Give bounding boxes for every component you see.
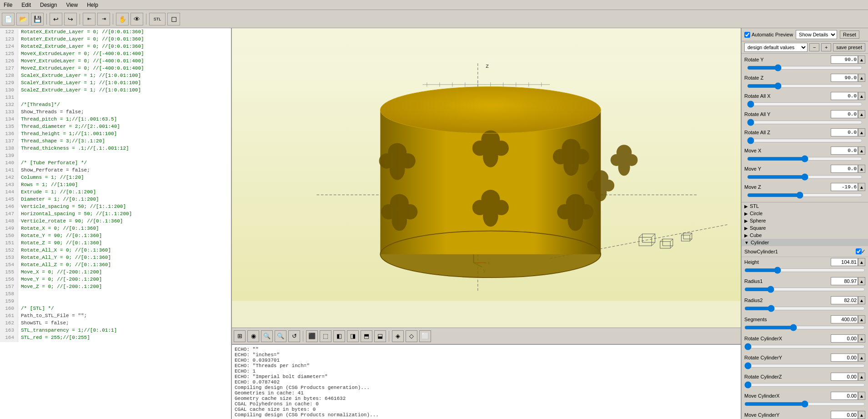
radius2-input[interactable] xyxy=(831,296,858,304)
show-cylinder1-checkbox[interactable] xyxy=(856,248,862,254)
rotate-z-slider[interactable] xyxy=(747,83,863,89)
rotate-cylz-up[interactable]: ▲ xyxy=(858,373,865,381)
rotate-y-input[interactable] xyxy=(831,56,858,64)
vp-view-front[interactable]: ⬛ xyxy=(306,330,318,342)
move-x-input[interactable] xyxy=(831,146,858,155)
radius1-input[interactable] xyxy=(831,277,858,285)
move-cylx-slider[interactable] xyxy=(744,401,865,407)
menu-file[interactable]: File xyxy=(2,1,14,9)
rotate-cyly-input[interactable] xyxy=(831,353,858,362)
tree-item-stl[interactable]: ▶ STL xyxy=(742,202,868,210)
preset-plus[interactable]: + xyxy=(821,43,831,51)
menu-view[interactable]: View xyxy=(64,1,80,9)
rotate-all-x-slider[interactable] xyxy=(747,101,863,107)
vp-view-top[interactable]: ⬒ xyxy=(361,330,372,342)
move-y-input[interactable] xyxy=(831,165,858,173)
rotate-cyly-up[interactable]: ▲ xyxy=(858,353,865,362)
menu-help[interactable]: Help xyxy=(85,1,100,9)
vp-view-bottom[interactable]: ⬓ xyxy=(374,330,386,342)
console[interactable]: ECHO: ""ECHO: "inches="ECHO: 0.0393701EC… xyxy=(232,344,741,419)
rotate-cylx-up[interactable]: ▲ xyxy=(858,334,865,343)
vp-view-right[interactable]: ◨ xyxy=(347,330,359,342)
move-z-slider[interactable] xyxy=(747,192,863,198)
move-cyly-input[interactable] xyxy=(831,411,858,419)
undo-button[interactable]: ↩ xyxy=(50,13,62,25)
radius1-up[interactable]: ▲ xyxy=(858,277,865,285)
tree-item-cylinder[interactable]: ▼ Cylinder xyxy=(742,239,868,246)
move-y-up[interactable]: ▲ xyxy=(858,165,865,173)
move-x-slider[interactable] xyxy=(747,156,863,162)
move-z-input[interactable] xyxy=(831,183,858,191)
show-details-dropdown[interactable]: Show Details xyxy=(796,30,837,39)
rotate-z-up[interactable]: ▲ xyxy=(858,74,865,82)
tree-item-sphere[interactable]: ▶ Sphere xyxy=(742,217,868,224)
auto-preview-checkbox[interactable] xyxy=(744,32,750,38)
rotate-z-input[interactable] xyxy=(831,74,858,82)
save-file-button[interactable]: 💾 xyxy=(31,13,44,25)
segments-slider[interactable] xyxy=(744,324,865,331)
vp-zoom-out[interactable]: 🔍 xyxy=(275,330,286,342)
save-preset-button[interactable]: save preset xyxy=(833,43,865,51)
render-preview-button[interactable]: 👁 xyxy=(130,13,143,25)
move-cylx-input[interactable] xyxy=(831,392,858,400)
auto-preview-label[interactable]: Automatic Preview xyxy=(744,32,793,38)
vp-perspective[interactable]: ◈ xyxy=(392,330,404,342)
preset-minus[interactable]: − xyxy=(809,43,819,51)
indent-more-button[interactable]: ⇥ xyxy=(97,13,110,25)
tree-item-cube[interactable]: ▶ Cube xyxy=(742,232,868,239)
menu-design[interactable]: Design xyxy=(38,1,59,9)
rotate-y-up[interactable]: ▲ xyxy=(858,56,865,64)
rotate-all-z-input[interactable] xyxy=(831,128,858,136)
vp-view-left[interactable]: ◧ xyxy=(333,330,345,342)
segments-input[interactable] xyxy=(831,315,858,323)
radius1-slider[interactable] xyxy=(744,286,865,293)
line-content: Move_Y = 0; //[-200:.1:200] xyxy=(18,277,231,284)
reset-button[interactable]: Reset xyxy=(840,30,859,39)
move-cyly-up[interactable]: ▲ xyxy=(858,411,865,419)
viewport-canvas[interactable]: z x z y xyxy=(232,28,741,328)
tree-item-circle[interactable]: ▶ Circle xyxy=(742,210,868,217)
rotate-all-z-slider[interactable] xyxy=(747,137,863,144)
rotate-cyly-slider[interactable] xyxy=(744,363,865,369)
menu-edit[interactable]: Edit xyxy=(20,1,33,9)
rotate-all-y-up[interactable]: ▲ xyxy=(858,110,865,118)
line-content: STL_red = 255;//[0:255] xyxy=(18,335,231,342)
vp-ortho[interactable]: ◇ xyxy=(406,330,417,342)
move-x-up[interactable]: ▲ xyxy=(858,146,865,155)
redo-button[interactable]: ↪ xyxy=(64,13,77,25)
vp-zoom-in[interactable]: 🔍 xyxy=(261,330,273,342)
radius2-up[interactable]: ▲ xyxy=(858,296,865,304)
indent-less-button[interactable]: ⇤ xyxy=(83,13,95,25)
move-y-slider[interactable] xyxy=(747,174,863,180)
vp-zoom-sphere[interactable]: ◉ xyxy=(247,330,259,342)
rotate-cylx-slider[interactable] xyxy=(744,343,865,350)
radius2-slider[interactable] xyxy=(744,305,865,312)
vp-frame[interactable]: ⬜ xyxy=(419,330,431,342)
segments-up[interactable]: ▲ xyxy=(858,315,865,323)
rotate-all-z-up[interactable]: ▲ xyxy=(858,128,865,136)
new-file-button[interactable]: 📄 xyxy=(2,13,15,25)
height-up[interactable]: ▲ xyxy=(858,258,865,266)
move-cylx-up[interactable]: ▲ xyxy=(858,392,865,400)
rotate-all-y-input[interactable] xyxy=(831,110,858,118)
open-file-button[interactable]: 📂 xyxy=(16,13,29,25)
hand-tool-button[interactable]: ✋ xyxy=(116,13,129,25)
rotate-y-slider[interactable] xyxy=(747,65,863,71)
height-input[interactable] xyxy=(831,258,858,266)
vp-zoom-fit[interactable]: ⊞ xyxy=(234,330,246,342)
vp-rotate[interactable]: ↺ xyxy=(288,330,300,342)
rotate-all-x-up[interactable]: ▲ xyxy=(858,92,865,100)
rotate-cylz-input[interactable] xyxy=(831,373,858,381)
rotate-all-y-slider[interactable] xyxy=(747,119,863,126)
rotate-all-x-input[interactable] xyxy=(831,92,858,100)
editor-content[interactable]: 122RotateX_Extrude_Layer = 0; //[0:0.01:… xyxy=(0,28,231,419)
export-dxf-button[interactable]: ◻ xyxy=(167,13,180,25)
tree-item-square[interactable]: ▶ Square xyxy=(742,224,868,232)
rotate-cylx-input[interactable] xyxy=(831,334,858,343)
rotate-cylz-slider[interactable] xyxy=(744,382,865,388)
export-stl-button[interactable]: STL xyxy=(149,13,166,25)
vp-view-back[interactable]: ⬚ xyxy=(320,330,331,342)
preset-dropdown[interactable]: design default values xyxy=(744,43,808,52)
height-slider[interactable] xyxy=(744,267,865,273)
move-z-up[interactable]: ▲ xyxy=(858,183,865,191)
